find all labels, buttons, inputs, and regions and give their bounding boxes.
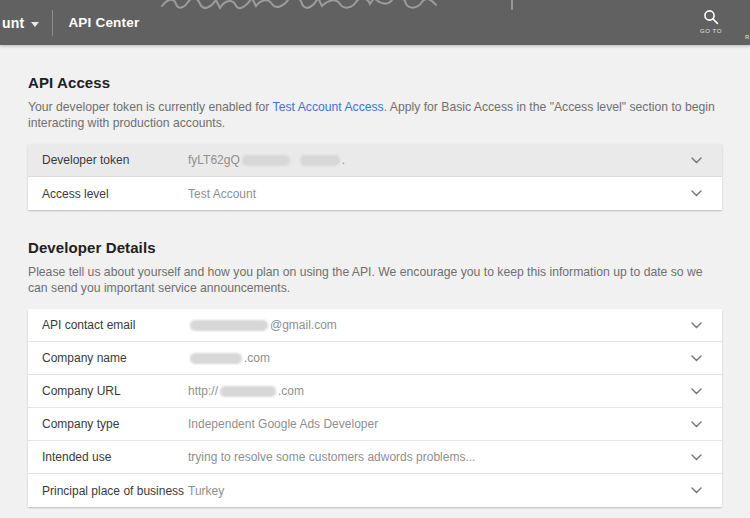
table-row-access-level[interactable]: Access level Test Account bbox=[28, 177, 722, 210]
redacted-value bbox=[190, 353, 242, 364]
value-prefix: http:// bbox=[188, 384, 218, 398]
desc-text: Your developer token is currently enable… bbox=[28, 100, 273, 114]
row-label: Company type bbox=[42, 417, 188, 431]
api-access-heading: API Access bbox=[28, 45, 722, 91]
chevron-down-icon[interactable] bbox=[690, 387, 702, 395]
row-value: trying to resolve some customers adwords… bbox=[188, 450, 690, 464]
chevron-down-icon[interactable] bbox=[690, 354, 702, 362]
table-row-developer-token[interactable]: Developer token fyLT62gQ . bbox=[28, 144, 722, 177]
row-value: Independent Google Ads Developer bbox=[188, 417, 690, 431]
search-icon bbox=[703, 9, 719, 25]
api-access-card: Developer token fyLT62gQ . Access level … bbox=[28, 144, 722, 210]
main-content: API Access Your developer token is curre… bbox=[0, 45, 750, 507]
table-row-principal-place-of-business[interactable]: Principal place of business Turkey bbox=[28, 474, 722, 507]
redacted-value bbox=[220, 386, 276, 397]
chevron-down-icon[interactable] bbox=[690, 453, 702, 461]
chevron-down-icon[interactable] bbox=[690, 321, 702, 329]
developer-details-description: Please tell us about yourself and how yo… bbox=[28, 265, 722, 296]
value-suffix: @gmail.com bbox=[270, 318, 337, 332]
redacted-value bbox=[190, 320, 268, 331]
row-value: Test Account bbox=[188, 187, 690, 201]
header-left-group: unt API Center bbox=[0, 0, 139, 45]
table-row-company-type[interactable]: Company type Independent Google Ads Deve… bbox=[28, 408, 722, 441]
redaction-scribble bbox=[160, 0, 530, 14]
row-label: Company URL bbox=[42, 384, 188, 398]
clipped-nav-item[interactable]: R bbox=[745, 34, 750, 40]
redacted-value bbox=[242, 155, 290, 166]
chevron-down-icon[interactable] bbox=[690, 487, 702, 495]
developer-details-heading: Developer Details bbox=[28, 210, 722, 256]
table-row-api-contact-email[interactable]: API contact email @gmail.com bbox=[28, 309, 722, 342]
row-label: Developer token bbox=[42, 153, 188, 167]
token-suffix: . bbox=[342, 153, 345, 167]
table-row-intended-use[interactable]: Intended use trying to resolve some cust… bbox=[28, 441, 722, 474]
row-label: API contact email bbox=[42, 318, 188, 332]
chevron-down-icon[interactable] bbox=[690, 420, 702, 428]
row-label: Principal place of business bbox=[42, 484, 188, 498]
account-menu[interactable]: unt bbox=[0, 15, 24, 31]
header-divider bbox=[52, 10, 53, 36]
redacted-value bbox=[300, 155, 340, 166]
row-value: Turkey bbox=[188, 484, 690, 498]
row-label: Intended use bbox=[42, 450, 188, 464]
token-prefix: fyLT62gQ bbox=[188, 153, 240, 167]
row-value: @gmail.com bbox=[188, 318, 690, 332]
developer-details-card: API contact email @gmail.com Company nam… bbox=[28, 309, 722, 507]
page-title: API Center bbox=[68, 15, 139, 30]
api-access-description: Your developer token is currently enable… bbox=[28, 100, 722, 131]
chevron-down-icon[interactable] bbox=[690, 190, 702, 198]
value-suffix: .com bbox=[278, 384, 304, 398]
row-label: Company name bbox=[42, 351, 188, 365]
row-value: .com bbox=[188, 351, 690, 365]
table-row-company-url[interactable]: Company URL http:// .com bbox=[28, 375, 722, 408]
test-account-access-link[interactable]: Test Account Access bbox=[273, 100, 384, 114]
table-row-company-name[interactable]: Company name .com bbox=[28, 342, 722, 375]
chevron-down-icon[interactable] bbox=[31, 22, 39, 27]
top-navigation-bar: unt API Center GO TO R bbox=[0, 0, 750, 45]
row-value: fyLT62gQ . bbox=[188, 153, 690, 167]
row-label: Access level bbox=[42, 187, 188, 201]
goto-label: GO TO bbox=[700, 28, 722, 34]
value-suffix: .com bbox=[244, 351, 270, 365]
chevron-down-icon[interactable] bbox=[690, 156, 702, 164]
goto-search-button[interactable]: GO TO bbox=[700, 9, 722, 34]
row-value: http:// .com bbox=[188, 384, 690, 398]
